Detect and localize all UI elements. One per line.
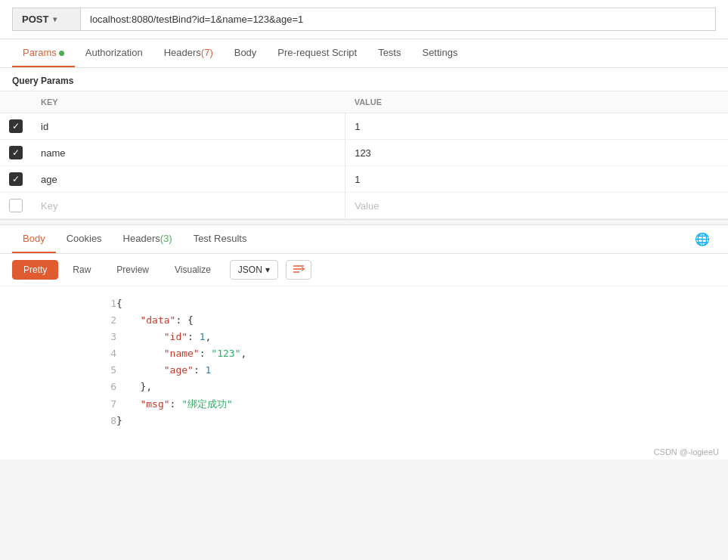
line-number: 6 [12, 379, 116, 395]
line-number: 4 [12, 345, 116, 362]
response-tabs-row: Body Cookies Headers(3) Test Results 🌐 [0, 225, 728, 254]
table-row: ✓name123 [0, 140, 728, 166]
param-value[interactable]: 1 [345, 113, 728, 140]
line-content: "age": 1 [116, 362, 716, 379]
col-value: VALUE [345, 91, 728, 113]
checkbox[interactable] [9, 199, 23, 212]
main-container: POST ▾ Params Authorization Headers(7) B… [0, 0, 728, 459]
query-params-title: Query Params [0, 68, 728, 91]
method-chevron: ▾ [53, 15, 57, 23]
line-content: } [116, 413, 716, 429]
param-value[interactable]: 1 [345, 166, 728, 193]
globe-icon[interactable]: 🌐 [689, 226, 716, 252]
line-content: "msg": "绑定成功" [116, 396, 716, 413]
section-divider [0, 219, 728, 225]
tab-authorization[interactable]: Authorization [75, 39, 153, 67]
format-type-chevron: ▾ [265, 265, 270, 275]
table-row: ✓age1 [0, 166, 728, 193]
format-type-label: JSON [238, 265, 262, 275]
format-preview-btn[interactable]: Preview [105, 260, 160, 280]
col-key: KEY [32, 91, 345, 113]
method-label: POST [22, 14, 48, 25]
format-raw-btn[interactable]: Raw [61, 260, 102, 280]
line-content: "id": 1, [116, 329, 716, 345]
line-number: 3 [12, 329, 116, 345]
format-pretty-btn[interactable]: Pretty [12, 260, 58, 280]
url-bar: POST ▾ [0, 0, 728, 39]
response-tab-cookies[interactable]: Cookies [56, 225, 113, 253]
wrap-button[interactable] [286, 260, 311, 280]
checkbox[interactable]: ✓ [9, 119, 23, 133]
param-value[interactable]: 123 [345, 140, 728, 166]
tab-tests[interactable]: Tests [367, 39, 411, 67]
param-value[interactable]: Value [345, 193, 728, 219]
format-visualize-btn[interactable]: Visualize [163, 260, 222, 280]
tab-prerequest[interactable]: Pre-request Script [267, 39, 367, 67]
format-type-dropdown[interactable]: JSON ▾ [230, 260, 278, 280]
tab-headers[interactable]: Headers(7) [153, 39, 224, 67]
param-key[interactable]: Key [32, 193, 345, 219]
line-content: "data": { [116, 312, 716, 329]
line-number: 7 [12, 396, 116, 413]
method-select[interactable]: POST ▾ [12, 8, 80, 31]
tab-body[interactable]: Body [224, 39, 268, 67]
col-checkbox [0, 91, 32, 113]
tab-settings[interactable]: Settings [411, 39, 468, 67]
json-line: 7 "msg": "绑定成功" [12, 396, 716, 413]
watermark: CSDN @-logieeU [0, 444, 728, 459]
json-line: 5 "age": 1 [12, 362, 716, 379]
line-content: }, [116, 379, 716, 395]
json-line: 3 "id": 1, [12, 329, 716, 345]
params-dot [59, 51, 64, 56]
json-display: 1{2 "data": {3 "id": 1,4 "name": "123",5… [0, 286, 728, 444]
json-line: 8} [12, 413, 716, 429]
checkbox[interactable]: ✓ [9, 146, 23, 159]
tab-params[interactable]: Params [12, 39, 75, 67]
line-number: 8 [12, 413, 116, 429]
params-table: KEY VALUE ✓id1✓name123✓age1KeyValue [0, 91, 728, 219]
param-key[interactable]: id [32, 113, 345, 140]
response-tab-headers[interactable]: Headers(3) [113, 225, 183, 253]
line-content: "name": "123", [116, 345, 716, 362]
json-table: 1{2 "data": {3 "id": 1,4 "name": "123",5… [12, 295, 716, 429]
format-bar: Pretty Raw Preview Visualize JSON ▾ [0, 254, 728, 286]
line-number: 2 [12, 312, 116, 329]
json-line: 2 "data": { [12, 312, 716, 329]
param-key[interactable]: name [32, 140, 345, 166]
param-key[interactable]: age [32, 166, 345, 193]
json-line: 1{ [12, 295, 716, 312]
wrap-icon [293, 265, 305, 275]
table-row: ✓id1 [0, 113, 728, 140]
checkbox[interactable]: ✓ [9, 172, 23, 186]
table-row: KeyValue [0, 193, 728, 219]
json-line: 6 }, [12, 379, 716, 395]
json-line: 4 "name": "123", [12, 345, 716, 362]
line-content: { [116, 295, 716, 312]
line-number: 5 [12, 362, 116, 379]
line-number: 1 [12, 295, 116, 312]
request-tabs-row: Params Authorization Headers(7) Body Pre… [0, 39, 728, 68]
url-input[interactable] [80, 8, 716, 31]
response-tab-body[interactable]: Body [12, 225, 56, 253]
response-tab-testresults[interactable]: Test Results [183, 225, 258, 253]
